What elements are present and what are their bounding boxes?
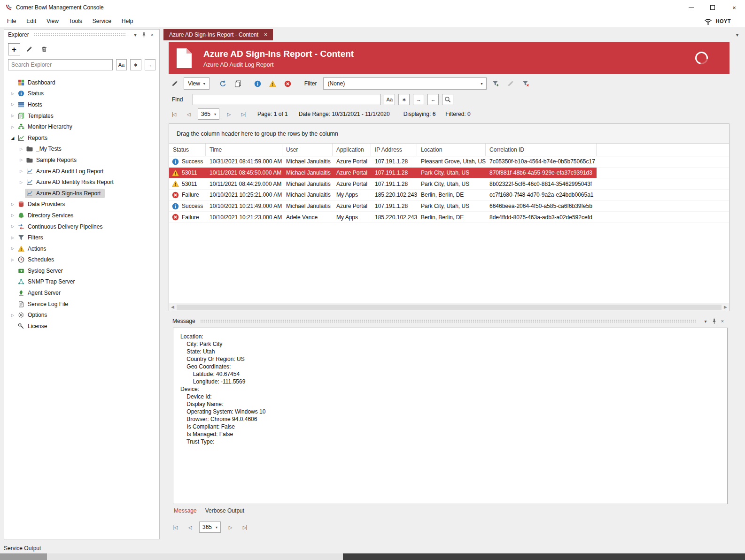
prev-page-button[interactable]: ◁ (185, 522, 195, 532)
tree-expand-icon[interactable]: ▷ (9, 114, 16, 118)
tree-expand-icon[interactable]: ▷ (9, 213, 16, 217)
scrollbar-thumb[interactable] (177, 305, 722, 310)
tree-expand-icon[interactable]: ▷ (9, 236, 16, 240)
tree-item-status[interactable]: ▷Status (4, 88, 159, 100)
search-button[interactable] (442, 94, 453, 105)
edit-report-button[interactable] (169, 77, 181, 90)
pin-button[interactable] (710, 317, 718, 325)
first-page-button[interactable]: |◁ (170, 522, 180, 532)
tree-expand-icon[interactable]: ▷ (9, 202, 16, 207)
tab-azure-ad-sign-ins-report-content[interactable]: Azure AD Sign-Ins Report - Content × (163, 29, 273, 40)
copy-button[interactable] (232, 77, 244, 90)
column-header-location[interactable]: Location (417, 144, 486, 156)
explorer-match-case-button[interactable]: Aa (116, 59, 127, 70)
delete-button[interactable] (38, 43, 50, 55)
tree-expand-icon[interactable]: ▷ (9, 224, 16, 229)
column-header-correlation-id[interactable]: Correlation ID (486, 144, 597, 156)
view-dropdown[interactable]: View ▾ (184, 77, 210, 90)
tree-item-syslog-server[interactable]: Syslog Server (4, 265, 159, 276)
pin-button[interactable] (140, 31, 148, 39)
explorer-search-next-button[interactable]: → (145, 59, 155, 70)
scroll-left-icon[interactable]: ◀ (171, 305, 174, 309)
find-match-case-button[interactable]: Aa (384, 94, 395, 105)
panel-grip[interactable] (200, 319, 697, 323)
refresh-button[interactable] (217, 77, 229, 90)
column-header-time[interactable]: Time (206, 144, 282, 156)
column-header-application[interactable]: Application (333, 144, 371, 156)
table-row[interactable]: Success10/10/2021 10:21:49.000 AMMichael… (169, 201, 729, 212)
tree-item-schedules[interactable]: ▷Schedules (4, 254, 159, 266)
tree-item-actions[interactable]: ▷Actions (4, 243, 159, 254)
message-page-size-dropdown[interactable]: 365 ▾ (199, 522, 221, 533)
last-page-button[interactable]: ▷| (238, 109, 248, 119)
scroll-right-icon[interactable]: ▶ (724, 305, 727, 309)
next-page-button[interactable]: ▷ (224, 109, 234, 119)
panel-menu-button[interactable]: ▾ (131, 31, 140, 39)
tree-item-my-tests[interactable]: ▷_My Tests (4, 144, 159, 155)
close-button[interactable]: × (723, 0, 745, 15)
tree-item-agent-server[interactable]: Agent Server (4, 287, 159, 299)
message-text[interactable]: Location: City: Park City State: Utah Co… (173, 328, 728, 504)
tree-collapse-icon[interactable]: ◢ (9, 136, 16, 140)
tree-expand-icon[interactable]: ▷ (9, 258, 16, 262)
tree-item-snmp-trap-server[interactable]: SNMP Trap Server (4, 276, 159, 288)
prev-page-button[interactable]: ◁ (183, 109, 194, 119)
panel-menu-button[interactable]: ▾ (701, 317, 710, 325)
tab-verbose-output[interactable]: Verbose Output (201, 506, 248, 515)
column-header-user[interactable]: User (282, 144, 333, 156)
explorer-close-button[interactable]: × (148, 31, 156, 39)
tree-expand-icon[interactable]: ▷ (17, 169, 25, 173)
tree-expand-icon[interactable]: ▷ (9, 246, 16, 251)
last-page-button[interactable]: ▷| (240, 522, 250, 532)
table-row[interactable]: Failure10/10/2021 10:21:23.000 AMAdele V… (169, 212, 729, 223)
menu-view[interactable]: View (41, 15, 64, 27)
tree-expand-icon[interactable]: ▷ (17, 147, 25, 151)
table-row[interactable]: 5301110/11/2021 08:44:29.000 AMMichael J… (169, 178, 729, 190)
table-row[interactable]: Failure10/10/2021 10:25:21.000 AMMichael… (169, 190, 729, 201)
filter-dropdown[interactable]: (None) ▾ (323, 77, 487, 90)
menu-service[interactable]: Service (87, 15, 116, 27)
column-header-ip-address[interactable]: IP Address (371, 144, 417, 156)
tree-expand-icon[interactable]: ▷ (17, 180, 25, 184)
table-row[interactable]: Success10/31/2021 08:41:59.000 AMMichael… (169, 156, 729, 168)
tree-item-filters[interactable]: ▷Filters (4, 232, 159, 243)
tree-item-continuous-delivery-pipelines[interactable]: ▷Continuous Delivery Pipelines (4, 221, 159, 232)
tree-item-options[interactable]: ▷Options (4, 309, 159, 321)
find-prev-button[interactable]: ← (427, 94, 439, 105)
add-button[interactable]: + (8, 43, 20, 55)
tree-item-dashboard[interactable]: Dashboard (4, 77, 159, 88)
tab-list-dropdown-icon[interactable]: ▾ (736, 32, 738, 38)
tree-item-azure-ad-audit-log-report[interactable]: ▷Azure AD Audit Log Report (4, 166, 159, 177)
tree-expand-icon[interactable]: ▷ (9, 125, 16, 129)
tree-expand-icon[interactable]: ▷ (17, 158, 25, 162)
menu-help[interactable]: Help (116, 15, 139, 27)
warning-filter-button[interactable] (267, 77, 279, 90)
explorer-search-input[interactable] (8, 59, 113, 70)
column-header-status[interactable]: Status (169, 144, 206, 156)
find-next-button[interactable]: → (413, 94, 424, 105)
edit-button[interactable] (23, 43, 35, 55)
tree-item-service-log-file[interactable]: Service Log File (4, 299, 159, 310)
horizontal-scrollbar[interactable]: ◀ ▶ (169, 303, 729, 311)
explorer-wildcard-button[interactable]: ∗ (130, 59, 141, 70)
table-row[interactable]: 5301110/11/2021 08:45:50.000 AMMichael J… (169, 168, 729, 179)
find-wildcard-button[interactable]: ∗ (398, 94, 410, 105)
error-filter-button[interactable] (282, 77, 294, 90)
tree-item-templates[interactable]: ▷Templates (4, 110, 159, 122)
tab-message[interactable]: Message (170, 506, 201, 515)
tab-close-icon[interactable]: × (264, 31, 267, 38)
tree-item-directory-services[interactable]: ▷Directory Services (4, 210, 159, 221)
tree-item-sample-reports[interactable]: ▷Sample Reports (4, 154, 159, 166)
clear-filter-button[interactable] (520, 77, 532, 90)
tree-item-reports[interactable]: ◢Reports (4, 132, 159, 144)
message-close-button[interactable]: × (718, 317, 727, 325)
add-filter-button[interactable] (489, 77, 502, 90)
maximize-button[interactable] (702, 0, 723, 15)
tree-expand-icon[interactable]: ▷ (9, 102, 16, 107)
group-by-bar[interactable]: Drag the column header here to group the… (169, 124, 729, 144)
find-input[interactable] (193, 94, 380, 105)
first-page-button[interactable]: |◁ (169, 109, 179, 119)
edit-filter-button[interactable] (504, 77, 517, 90)
tree-item-hosts[interactable]: ▷Hosts (4, 99, 159, 110)
minimize-button[interactable] (680, 0, 702, 15)
